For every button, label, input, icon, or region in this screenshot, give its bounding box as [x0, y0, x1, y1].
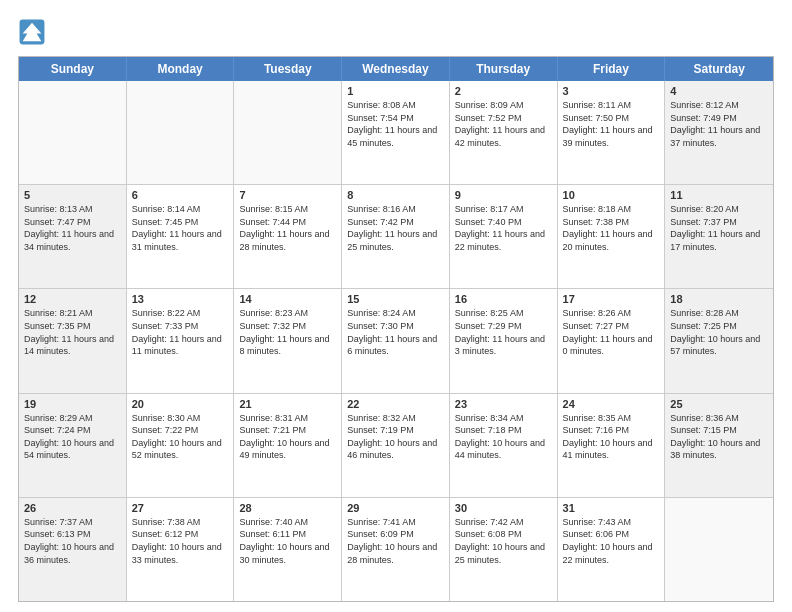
calendar-cell-3-5: 24Sunrise: 8:35 AM Sunset: 7:16 PM Dayli… — [558, 394, 666, 497]
calendar-cell-4-2: 28Sunrise: 7:40 AM Sunset: 6:11 PM Dayli… — [234, 498, 342, 601]
calendar-cell-2-4: 16Sunrise: 8:25 AM Sunset: 7:29 PM Dayli… — [450, 289, 558, 392]
header-day-saturday: Saturday — [665, 57, 773, 81]
day-number: 28 — [239, 502, 336, 514]
day-number: 8 — [347, 189, 444, 201]
calendar-row-4: 26Sunrise: 7:37 AM Sunset: 6:13 PM Dayli… — [19, 498, 773, 601]
cell-content: Sunrise: 8:20 AM Sunset: 7:37 PM Dayligh… — [670, 203, 768, 253]
cell-content: Sunrise: 8:29 AM Sunset: 7:24 PM Dayligh… — [24, 412, 121, 462]
calendar: SundayMondayTuesdayWednesdayThursdayFrid… — [18, 56, 774, 602]
cell-content: Sunrise: 8:11 AM Sunset: 7:50 PM Dayligh… — [563, 99, 660, 149]
calendar-cell-2-3: 15Sunrise: 8:24 AM Sunset: 7:30 PM Dayli… — [342, 289, 450, 392]
calendar-cell-0-6: 4Sunrise: 8:12 AM Sunset: 7:49 PM Daylig… — [665, 81, 773, 184]
calendar-cell-0-2 — [234, 81, 342, 184]
cell-content: Sunrise: 8:28 AM Sunset: 7:25 PM Dayligh… — [670, 307, 768, 357]
calendar-cell-0-1 — [127, 81, 235, 184]
calendar-cell-2-2: 14Sunrise: 8:23 AM Sunset: 7:32 PM Dayli… — [234, 289, 342, 392]
header-day-tuesday: Tuesday — [234, 57, 342, 81]
day-number: 16 — [455, 293, 552, 305]
calendar-cell-3-6: 25Sunrise: 8:36 AM Sunset: 7:15 PM Dayli… — [665, 394, 773, 497]
calendar-cell-1-6: 11Sunrise: 8:20 AM Sunset: 7:37 PM Dayli… — [665, 185, 773, 288]
day-number: 29 — [347, 502, 444, 514]
day-number: 6 — [132, 189, 229, 201]
header-day-wednesday: Wednesday — [342, 57, 450, 81]
calendar-cell-3-0: 19Sunrise: 8:29 AM Sunset: 7:24 PM Dayli… — [19, 394, 127, 497]
cell-content: Sunrise: 7:40 AM Sunset: 6:11 PM Dayligh… — [239, 516, 336, 566]
calendar-cell-1-3: 8Sunrise: 8:16 AM Sunset: 7:42 PM Daylig… — [342, 185, 450, 288]
cell-content: Sunrise: 8:13 AM Sunset: 7:47 PM Dayligh… — [24, 203, 121, 253]
day-number: 17 — [563, 293, 660, 305]
day-number: 23 — [455, 398, 552, 410]
day-number: 14 — [239, 293, 336, 305]
day-number: 13 — [132, 293, 229, 305]
cell-content: Sunrise: 8:18 AM Sunset: 7:38 PM Dayligh… — [563, 203, 660, 253]
cell-content: Sunrise: 8:23 AM Sunset: 7:32 PM Dayligh… — [239, 307, 336, 357]
day-number: 9 — [455, 189, 552, 201]
logo — [18, 18, 50, 46]
cell-content: Sunrise: 7:38 AM Sunset: 6:12 PM Dayligh… — [132, 516, 229, 566]
logo-icon — [18, 18, 46, 46]
calendar-body: 1Sunrise: 8:08 AM Sunset: 7:54 PM Daylig… — [19, 81, 773, 601]
cell-content: Sunrise: 7:37 AM Sunset: 6:13 PM Dayligh… — [24, 516, 121, 566]
calendar-cell-1-4: 9Sunrise: 8:17 AM Sunset: 7:40 PM Daylig… — [450, 185, 558, 288]
cell-content: Sunrise: 8:14 AM Sunset: 7:45 PM Dayligh… — [132, 203, 229, 253]
day-number: 24 — [563, 398, 660, 410]
day-number: 22 — [347, 398, 444, 410]
cell-content: Sunrise: 8:21 AM Sunset: 7:35 PM Dayligh… — [24, 307, 121, 357]
day-number: 3 — [563, 85, 660, 97]
calendar-cell-2-0: 12Sunrise: 8:21 AM Sunset: 7:35 PM Dayli… — [19, 289, 127, 392]
cell-content: Sunrise: 8:36 AM Sunset: 7:15 PM Dayligh… — [670, 412, 768, 462]
calendar-cell-1-5: 10Sunrise: 8:18 AM Sunset: 7:38 PM Dayli… — [558, 185, 666, 288]
day-number: 15 — [347, 293, 444, 305]
calendar-cell-4-0: 26Sunrise: 7:37 AM Sunset: 6:13 PM Dayli… — [19, 498, 127, 601]
calendar-cell-0-0 — [19, 81, 127, 184]
cell-content: Sunrise: 7:43 AM Sunset: 6:06 PM Dayligh… — [563, 516, 660, 566]
calendar-cell-3-3: 22Sunrise: 8:32 AM Sunset: 7:19 PM Dayli… — [342, 394, 450, 497]
day-number: 12 — [24, 293, 121, 305]
calendar-cell-0-4: 2Sunrise: 8:09 AM Sunset: 7:52 PM Daylig… — [450, 81, 558, 184]
day-number: 21 — [239, 398, 336, 410]
day-number: 5 — [24, 189, 121, 201]
day-number: 7 — [239, 189, 336, 201]
calendar-row-1: 5Sunrise: 8:13 AM Sunset: 7:47 PM Daylig… — [19, 185, 773, 289]
cell-content: Sunrise: 8:26 AM Sunset: 7:27 PM Dayligh… — [563, 307, 660, 357]
day-number: 26 — [24, 502, 121, 514]
day-number: 31 — [563, 502, 660, 514]
calendar-cell-3-4: 23Sunrise: 8:34 AM Sunset: 7:18 PM Dayli… — [450, 394, 558, 497]
calendar-row-2: 12Sunrise: 8:21 AM Sunset: 7:35 PM Dayli… — [19, 289, 773, 393]
cell-content: Sunrise: 8:25 AM Sunset: 7:29 PM Dayligh… — [455, 307, 552, 357]
calendar-cell-3-2: 21Sunrise: 8:31 AM Sunset: 7:21 PM Dayli… — [234, 394, 342, 497]
day-number: 11 — [670, 189, 768, 201]
day-number: 27 — [132, 502, 229, 514]
calendar-cell-4-4: 30Sunrise: 7:42 AM Sunset: 6:08 PM Dayli… — [450, 498, 558, 601]
cell-content: Sunrise: 8:12 AM Sunset: 7:49 PM Dayligh… — [670, 99, 768, 149]
cell-content: Sunrise: 8:30 AM Sunset: 7:22 PM Dayligh… — [132, 412, 229, 462]
header-day-monday: Monday — [127, 57, 235, 81]
calendar-cell-4-3: 29Sunrise: 7:41 AM Sunset: 6:09 PM Dayli… — [342, 498, 450, 601]
day-number: 10 — [563, 189, 660, 201]
cell-content: Sunrise: 8:32 AM Sunset: 7:19 PM Dayligh… — [347, 412, 444, 462]
cell-content: Sunrise: 8:17 AM Sunset: 7:40 PM Dayligh… — [455, 203, 552, 253]
day-number: 2 — [455, 85, 552, 97]
header-day-friday: Friday — [558, 57, 666, 81]
calendar-cell-0-5: 3Sunrise: 8:11 AM Sunset: 7:50 PM Daylig… — [558, 81, 666, 184]
cell-content: Sunrise: 8:22 AM Sunset: 7:33 PM Dayligh… — [132, 307, 229, 357]
cell-content: Sunrise: 7:41 AM Sunset: 6:09 PM Dayligh… — [347, 516, 444, 566]
cell-content: Sunrise: 7:42 AM Sunset: 6:08 PM Dayligh… — [455, 516, 552, 566]
calendar-cell-1-0: 5Sunrise: 8:13 AM Sunset: 7:47 PM Daylig… — [19, 185, 127, 288]
cell-content: Sunrise: 8:24 AM Sunset: 7:30 PM Dayligh… — [347, 307, 444, 357]
day-number: 4 — [670, 85, 768, 97]
day-number: 19 — [24, 398, 121, 410]
day-number: 1 — [347, 85, 444, 97]
calendar-cell-4-6 — [665, 498, 773, 601]
cell-content: Sunrise: 8:31 AM Sunset: 7:21 PM Dayligh… — [239, 412, 336, 462]
calendar-cell-2-5: 17Sunrise: 8:26 AM Sunset: 7:27 PM Dayli… — [558, 289, 666, 392]
day-number: 18 — [670, 293, 768, 305]
calendar-cell-2-6: 18Sunrise: 8:28 AM Sunset: 7:25 PM Dayli… — [665, 289, 773, 392]
day-number: 30 — [455, 502, 552, 514]
calendar-cell-4-5: 31Sunrise: 7:43 AM Sunset: 6:06 PM Dayli… — [558, 498, 666, 601]
calendar-cell-0-3: 1Sunrise: 8:08 AM Sunset: 7:54 PM Daylig… — [342, 81, 450, 184]
header-day-sunday: Sunday — [19, 57, 127, 81]
cell-content: Sunrise: 8:16 AM Sunset: 7:42 PM Dayligh… — [347, 203, 444, 253]
calendar-cell-3-1: 20Sunrise: 8:30 AM Sunset: 7:22 PM Dayli… — [127, 394, 235, 497]
calendar-cell-1-1: 6Sunrise: 8:14 AM Sunset: 7:45 PM Daylig… — [127, 185, 235, 288]
